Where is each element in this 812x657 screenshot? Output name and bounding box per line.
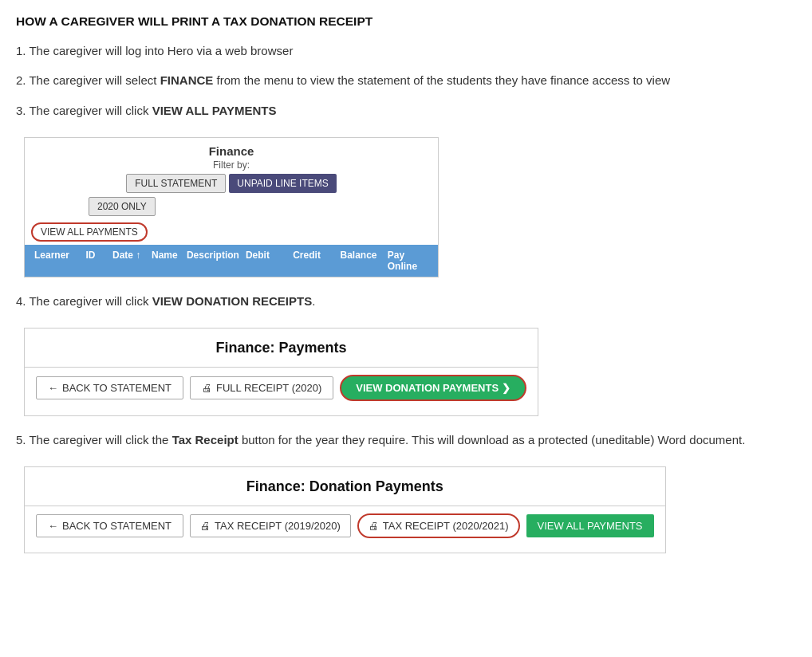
printer-icon-2: 🖨 [200, 520, 211, 532]
tax-receipt-2019-btn[interactable]: 🖨 TAX RECEIPT (2019/2020) [190, 514, 351, 537]
payments-buttons-row: ← BACK TO STATEMENT 🖨 FULL RECEIPT (2020… [25, 370, 538, 406]
view-all-payments-btn-2[interactable]: VIEW ALL PAYMENTS [526, 514, 654, 537]
view-all-row: VIEW ALL PAYMENTS [25, 219, 438, 245]
col-date: Date ↑ [109, 248, 148, 273]
step5-bold: Tax Receipt [172, 433, 238, 447]
step4-after: . [312, 294, 315, 308]
full-statement-btn[interactable]: FULL STATEMENT [126, 174, 226, 193]
back-to-statement-btn-2[interactable]: ← BACK TO STATEMENT [36, 514, 183, 537]
step5-after: button for the year they require. This w… [238, 433, 746, 447]
payments-title: Finance: Payments [25, 328, 538, 364]
tax-receipt-2020-btn[interactable]: 🖨 TAX RECEIPT (2020/2021) [357, 513, 520, 538]
step3-bold: VIEW ALL PAYMENTS [152, 104, 277, 117]
back-label-1: BACK TO STATEMENT [62, 382, 171, 394]
finance-filter-label: Filter by: [25, 159, 438, 171]
step1-text: 1. The caregiver will log into Hero via … [16, 41, 796, 60]
finance-title: Finance [25, 138, 438, 159]
arrow-left-icon-2: ← [48, 520, 58, 532]
arrow-left-icon: ← [48, 382, 58, 394]
step2-bold: FINANCE [160, 73, 214, 87]
col-id: ID [82, 248, 109, 273]
step3-text: 3. The caregiver will click VIEW ALL PAY… [16, 101, 796, 120]
step2-text: 2. The caregiver will select FINANCE fro… [16, 71, 796, 89]
view-donation-payments-btn[interactable]: VIEW DONATION PAYMENTS ❯ [340, 375, 526, 401]
unpaid-line-items-btn[interactable]: UNPAID LINE ITEMS [229, 174, 336, 193]
step4-text: 4. The caregiver will click VIEW DONATIO… [16, 292, 796, 310]
step5-before: 5. The caregiver will click the [16, 433, 172, 447]
finance-screenshot: Finance Filter by: FULL STATEMENT UNPAID… [24, 137, 439, 277]
step3-before: 3. The caregiver will click [16, 104, 152, 117]
step2-after: from the menu to view the statement of t… [213, 73, 670, 87]
donation-payments-screenshot: Finance: Donation Payments ← BACK TO STA… [24, 466, 666, 553]
view-all-payments-btn[interactable]: VIEW ALL PAYMENTS [31, 222, 148, 242]
page-title: HOW A CAREGIVER WILL PRINT A TAX DONATIO… [16, 14, 796, 29]
col-balance: Balance [337, 248, 384, 273]
col-learner: Learner [31, 248, 82, 273]
col-description: Description [183, 248, 242, 273]
back-to-statement-btn-1[interactable]: ← BACK TO STATEMENT [36, 376, 183, 399]
step4-before: 4. The caregiver will click [16, 294, 152, 308]
payments-screenshot: Finance: Payments ← BACK TO STATEMENT 🖨 … [24, 328, 538, 416]
view-donation-label: VIEW DONATION PAYMENTS [356, 382, 499, 394]
printer-icon-1: 🖨 [202, 382, 212, 394]
back-label-2: BACK TO STATEMENT [62, 520, 171, 532]
filter-2020-row: 2020 ONLY [25, 197, 438, 216]
col-name: Name [148, 248, 183, 273]
2020-only-btn[interactable]: 2020 ONLY [89, 197, 156, 216]
col-debit: Debit [242, 248, 290, 273]
step4-bold: VIEW DONATION RECEIPTS [152, 294, 313, 308]
tax-receipt-2019-label: TAX RECEIPT (2019/2020) [215, 520, 341, 532]
finance-filter-row: FULL STATEMENT UNPAID LINE ITEMS [25, 174, 438, 193]
full-receipt-btn[interactable]: 🖨 FULL RECEIPT (2020) [190, 376, 333, 399]
view-all-label: VIEW ALL PAYMENTS [538, 520, 643, 532]
full-receipt-label: FULL RECEIPT (2020) [216, 382, 321, 394]
table-header: Learner ID Date ↑ Name Description Debit… [25, 245, 438, 277]
donation-payments-title: Finance: Donation Payments [25, 467, 665, 503]
tax-receipt-2020-label: TAX RECEIPT (2020/2021) [383, 520, 509, 532]
step5-text: 5. The caregiver will click the Tax Rece… [16, 431, 796, 449]
donation-buttons-row: ← BACK TO STATEMENT 🖨 TAX RECEIPT (2019/… [25, 509, 665, 543]
printer-icon-3: 🖨 [369, 520, 379, 532]
chevron-right-icon: ❯ [502, 382, 510, 394]
step2-before: 2. The caregiver will select [16, 73, 160, 87]
col-pay-online: Pay Online [384, 248, 432, 273]
col-credit: Credit [290, 248, 337, 273]
